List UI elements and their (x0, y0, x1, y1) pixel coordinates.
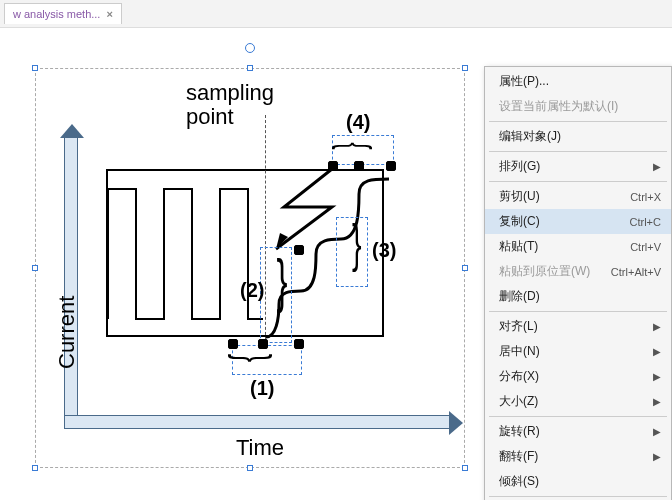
brace-1: } (231, 354, 277, 362)
submenu-arrow-icon: ▶ (653, 321, 661, 332)
obj-handle[interactable] (386, 161, 396, 171)
obj-handle[interactable] (354, 161, 364, 171)
menu-item[interactable]: 删除(D) (485, 284, 671, 309)
menu-item[interactable]: 居中(N)▶ (485, 339, 671, 364)
menu-item-label: 属性(P)... (499, 73, 549, 90)
sel-handle-se[interactable] (462, 465, 468, 471)
menu-item[interactable]: 翻转(F)▶ (485, 444, 671, 469)
menu-separator (489, 151, 667, 152)
label-1: (1) (250, 377, 274, 400)
menu-item[interactable]: 倾斜(S) (485, 469, 671, 494)
sel-handle-ne[interactable] (462, 65, 468, 71)
sel-handle-n[interactable] (247, 65, 253, 71)
menu-item-label: 粘贴到原位置(W) (499, 263, 590, 280)
context-menu: 属性(P)...设置当前属性为默认(I)编辑对象(J)排列(G)▶剪切(U)Ct… (484, 66, 672, 500)
menu-item: 设置当前属性为默认(I) (485, 94, 671, 119)
close-icon[interactable]: × (106, 8, 112, 20)
menu-item-label: 倾斜(S) (499, 473, 539, 490)
x-axis-label: Time (236, 435, 284, 461)
menu-item-label: 分布(X) (499, 368, 539, 385)
submenu-arrow-icon: ▶ (653, 396, 661, 407)
tab-bar: w analysis meth... × (0, 0, 672, 28)
menu-separator (489, 311, 667, 312)
menu-item[interactable]: 对齐(L)▶ (485, 314, 671, 339)
menu-item[interactable]: 大小(Z)▶ (485, 389, 671, 414)
menu-item-label: 排列(G) (499, 158, 540, 175)
obj-handle[interactable] (328, 161, 338, 171)
tab-title: w analysis meth... (13, 8, 100, 20)
sel-handle-e[interactable] (462, 265, 468, 271)
menu-separator (489, 416, 667, 417)
menu-item[interactable]: 编辑对象(J) (485, 124, 671, 149)
menu-item-label: 复制(C) (499, 213, 540, 230)
rotation-handle[interactable] (245, 43, 255, 53)
y-axis-label: Current (54, 296, 80, 369)
sel-handle-sw[interactable] (32, 465, 38, 471)
menu-item: 粘贴到原位置(W)Ctrl+Alt+V (485, 259, 671, 284)
menu-shortcut: Ctrl+X (630, 191, 661, 203)
menu-item-label: 编辑对象(J) (499, 128, 561, 145)
menu-item-label: 居中(N) (499, 343, 540, 360)
menu-item[interactable]: 分布(X)▶ (485, 364, 671, 389)
menu-item[interactable]: 复制(C)Ctrl+C (485, 209, 671, 234)
obj-handle[interactable] (294, 245, 304, 255)
square-wave (108, 169, 263, 337)
menu-item[interactable]: 属性(P)... (485, 69, 671, 94)
menu-item-label: 大小(Z) (499, 393, 538, 410)
sel-handle-w[interactable] (32, 265, 38, 271)
menu-item-label: 对齐(L) (499, 318, 538, 335)
menu-item-label: 翻转(F) (499, 448, 538, 465)
brace-4: } (328, 142, 370, 149)
diagram-title: sampling point (186, 81, 274, 129)
y-axis-arrow (64, 135, 78, 425)
menu-item-label: 剪切(U) (499, 188, 540, 205)
submenu-arrow-icon: ▶ (653, 161, 661, 172)
canvas[interactable]: sampling point Current Time (0, 28, 672, 500)
menu-item-label: 设置当前属性为默认(I) (499, 98, 618, 115)
menu-shortcut: Ctrl+V (630, 241, 661, 253)
obj-handle[interactable] (228, 339, 238, 349)
obj-handle[interactable] (258, 339, 268, 349)
label-4: (4) (346, 111, 370, 134)
menu-separator (489, 121, 667, 122)
submenu-arrow-icon: ▶ (653, 426, 661, 437)
menu-separator (489, 181, 667, 182)
menu-shortcut: Ctrl+Alt+V (611, 266, 661, 278)
label-3: (3) (372, 239, 396, 262)
document-tab[interactable]: w analysis meth... × (4, 3, 122, 24)
menu-item[interactable]: 排列(G)▶ (485, 154, 671, 179)
submenu-arrow-icon: ▶ (653, 451, 661, 462)
menu-item-label: 旋转(R) (499, 423, 540, 440)
submenu-arrow-icon: ▶ (653, 346, 661, 357)
sel-handle-s[interactable] (247, 465, 253, 471)
menu-item[interactable]: 旋转(R)▶ (485, 419, 671, 444)
menu-item-label: 删除(D) (499, 288, 540, 305)
menu-separator (489, 496, 667, 497)
obj-handle[interactable] (294, 339, 304, 349)
menu-item[interactable]: 剪切(U)Ctrl+X (485, 184, 671, 209)
menu-item-label: 粘贴(T) (499, 238, 538, 255)
menu-shortcut: Ctrl+C (630, 216, 661, 228)
x-axis-arrow (64, 415, 452, 429)
brace-2: } (277, 251, 288, 311)
brace-3: } (352, 217, 362, 269)
submenu-arrow-icon: ▶ (653, 371, 661, 382)
label-2: (2) (240, 279, 264, 302)
sel-handle-nw[interactable] (32, 65, 38, 71)
menu-item[interactable]: 粘贴(T)Ctrl+V (485, 234, 671, 259)
selection-box: sampling point Current Time (35, 68, 465, 468)
